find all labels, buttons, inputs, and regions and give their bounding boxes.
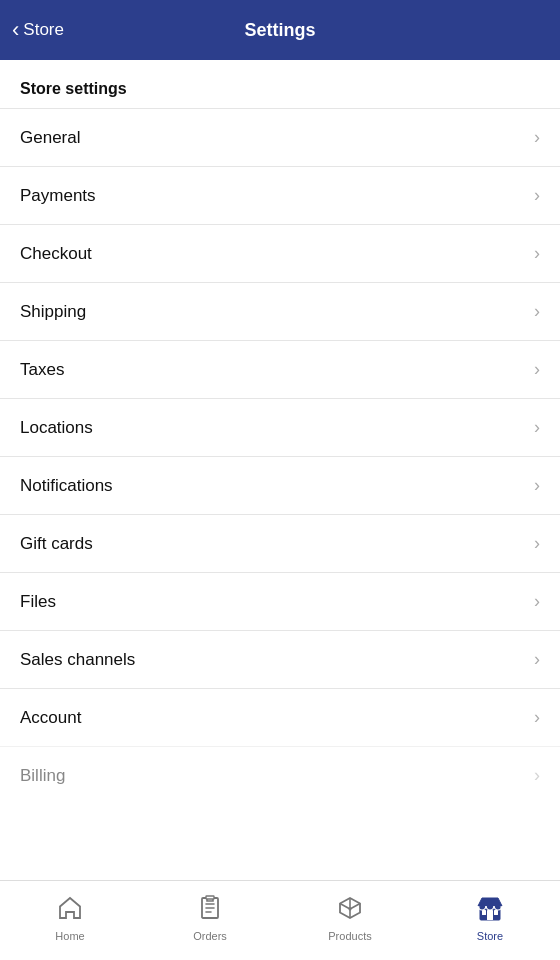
menu-item-chevron-checkout: › xyxy=(534,243,540,264)
menu-item-label-account: Account xyxy=(20,708,81,728)
home-icon xyxy=(56,894,84,926)
nav-label-home: Home xyxy=(55,930,84,942)
menu-item-checkout[interactable]: Checkout› xyxy=(0,224,560,282)
svg-rect-1 xyxy=(206,896,214,899)
store-icon xyxy=(476,894,504,926)
menu-item-label-gift-cards: Gift cards xyxy=(20,534,93,554)
menu-item-locations[interactable]: Locations› xyxy=(0,398,560,456)
menu-item-chevron-files: › xyxy=(534,591,540,612)
menu-item-gift-cards[interactable]: Gift cards› xyxy=(0,514,560,572)
menu-item-files[interactable]: Files› xyxy=(0,572,560,630)
bottom-nav: Home Orders Products xyxy=(0,880,560,960)
menu-item-sales-channels[interactable]: Sales channels› xyxy=(0,630,560,688)
svg-point-2 xyxy=(349,907,352,910)
menu-item-label-sales-channels: Sales channels xyxy=(20,650,135,670)
section-heading: Store settings xyxy=(0,60,560,108)
page-title: Settings xyxy=(244,20,315,41)
menu-item-label-billing: Billing xyxy=(20,766,65,786)
menu-item-shipping[interactable]: Shipping› xyxy=(0,282,560,340)
settings-content: Store settings General›Payments›Checkout… xyxy=(0,60,560,880)
app-header: ‹ Store Settings xyxy=(0,0,560,60)
menu-item-chevron-billing: › xyxy=(534,765,540,786)
svg-rect-6 xyxy=(494,910,498,915)
menu-item-chevron-shipping: › xyxy=(534,301,540,322)
menu-item-chevron-account: › xyxy=(534,707,540,728)
menu-item-payments[interactable]: Payments› xyxy=(0,166,560,224)
nav-item-orders[interactable]: Orders xyxy=(140,881,280,960)
menu-item-label-checkout: Checkout xyxy=(20,244,92,264)
menu-item-chevron-locations: › xyxy=(534,417,540,438)
menu-item-taxes[interactable]: Taxes› xyxy=(0,340,560,398)
menu-item-billing[interactable]: Billing› xyxy=(0,746,560,804)
menu-item-label-payments: Payments xyxy=(20,186,96,206)
back-label: Store xyxy=(23,20,64,40)
menu-list: General›Payments›Checkout›Shipping›Taxes… xyxy=(0,108,560,804)
menu-item-label-notifications: Notifications xyxy=(20,476,113,496)
menu-item-label-shipping: Shipping xyxy=(20,302,86,322)
back-chevron-icon: ‹ xyxy=(12,19,19,41)
orders-icon xyxy=(196,894,224,926)
menu-item-label-taxes: Taxes xyxy=(20,360,64,380)
nav-label-store: Store xyxy=(477,930,503,942)
menu-item-chevron-taxes: › xyxy=(534,359,540,380)
nav-item-home[interactable]: Home xyxy=(0,881,140,960)
nav-item-store[interactable]: Store xyxy=(420,881,560,960)
nav-item-products[interactable]: Products xyxy=(280,881,420,960)
nav-label-orders: Orders xyxy=(193,930,227,942)
svg-rect-4 xyxy=(487,910,493,920)
menu-item-label-files: Files xyxy=(20,592,56,612)
menu-item-notifications[interactable]: Notifications› xyxy=(0,456,560,514)
svg-rect-5 xyxy=(482,910,486,915)
menu-item-account[interactable]: Account› xyxy=(0,688,560,746)
menu-item-chevron-notifications: › xyxy=(534,475,540,496)
menu-item-label-general: General xyxy=(20,128,80,148)
menu-item-label-locations: Locations xyxy=(20,418,93,438)
menu-item-chevron-gift-cards: › xyxy=(534,533,540,554)
menu-item-chevron-sales-channels: › xyxy=(534,649,540,670)
menu-item-general[interactable]: General› xyxy=(0,108,560,166)
back-button[interactable]: ‹ Store xyxy=(12,20,64,41)
menu-item-chevron-payments: › xyxy=(534,185,540,206)
menu-item-chevron-general: › xyxy=(534,127,540,148)
products-icon xyxy=(336,894,364,926)
nav-label-products: Products xyxy=(328,930,371,942)
